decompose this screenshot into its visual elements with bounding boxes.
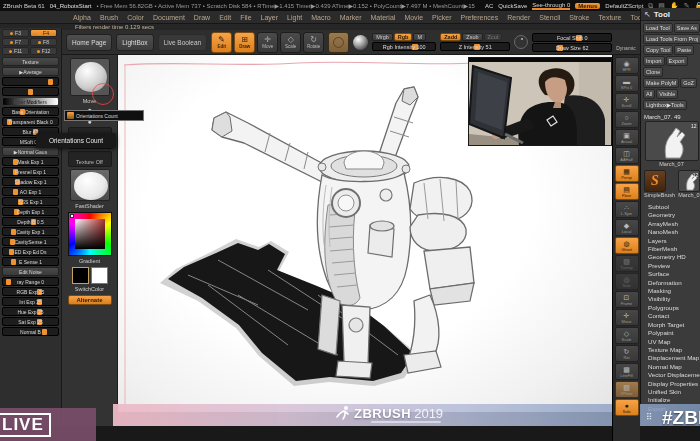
shelf-toggle-button[interactable]: ○ Zoom	[615, 111, 639, 128]
menu-item[interactable]: Stroke	[569, 14, 589, 21]
m-button[interactable]: M	[413, 33, 426, 41]
shelf-toggle-button[interactable]: ◍ Ghost	[615, 237, 639, 254]
filter-slider[interactable]: Int Exp 25	[2, 297, 59, 306]
tool-panel-button[interactable]: Load Tools From Proj	[643, 34, 700, 44]
menu-item[interactable]: Movie	[404, 14, 423, 21]
filter-slider[interactable]: Cavity Exp 1	[2, 227, 59, 236]
tool-panel-button[interactable]: Visible	[656, 89, 678, 99]
default-zscript-button[interactable]: DefaultZScript	[605, 3, 643, 9]
subpalette-item[interactable]: FiberMesh	[641, 245, 700, 253]
filter-slider[interactable]: SSS Exp 1	[2, 197, 59, 206]
shelf-toggle-button[interactable]: ✛ Scroll	[615, 93, 639, 110]
filter-slider[interactable]: E Sense 1	[2, 257, 59, 266]
zsub-button[interactable]: Zsub	[462, 33, 482, 41]
tool-panel-button[interactable]: Import	[643, 56, 665, 66]
mode-button[interactable]: ◇ Scale	[280, 32, 301, 53]
filter-slider[interactable]: Shadow Exp 1	[2, 177, 59, 186]
shelf-toggle-button[interactable]: ▦ Persp	[615, 165, 639, 182]
subpalette-item[interactable]: Unified Skin	[641, 388, 700, 396]
live-boolean-button[interactable]: Live Boolean	[158, 34, 208, 51]
subpalette-item[interactable]: Display Properties	[641, 380, 700, 388]
secondary-color-swatch[interactable]	[91, 267, 108, 284]
zcut-button[interactable]: Zcut	[484, 33, 503, 41]
subpalette-item[interactable]: Vector Displacement	[641, 371, 700, 379]
shelf-toggle-button[interactable]: ◉ BPR	[615, 57, 639, 74]
main-color-swatch[interactable]	[72, 267, 89, 284]
subpalette-item[interactable]: Normal Map	[641, 363, 700, 371]
subpalette-item[interactable]: Subtool	[641, 203, 700, 211]
color-picker-sv-square[interactable]	[75, 219, 105, 249]
filter-slider[interactable]: Hue Exp 25	[2, 307, 59, 316]
quicksave-button[interactable]: QuickSave	[498, 3, 527, 9]
tool-panel-button[interactable]: Copy Tool	[643, 45, 673, 55]
focal-shift-slider[interactable]: Focal Shift 0	[532, 33, 612, 42]
menu-item[interactable]: Document	[153, 14, 185, 21]
see-through-slider[interactable]: See-through 0	[532, 2, 570, 10]
shelf-toggle-button[interactable]: ◇ Scale	[615, 327, 639, 344]
fkey-button[interactable]: F7	[2, 38, 29, 46]
alternate-button[interactable]: Alternate	[68, 295, 112, 305]
tool-panel-button[interactable]: Make PolyM	[643, 78, 679, 88]
shelf-toggle-button[interactable]: ◆ Local	[615, 219, 639, 236]
filter-slider[interactable]: ▶Normal Gaus	[2, 147, 59, 156]
filter-slider[interactable]: Mask Exp 1	[2, 157, 59, 166]
subpalette-item[interactable]: Polygroups	[641, 304, 700, 312]
tool-panel-button[interactable]: Lightbox▶Tools	[643, 100, 687, 110]
z-intensity-slider[interactable]: Z Intensity 51	[440, 42, 510, 51]
tool-panel-button[interactable]: Paste	[674, 45, 694, 55]
subpalette-item[interactable]: Contact	[641, 312, 700, 320]
fkey-button[interactable]: F8	[30, 38, 57, 46]
subpalette-item[interactable]: Polypaint	[641, 329, 700, 337]
menu-item[interactable]: Marker	[340, 14, 362, 21]
shelf-toggle-button[interactable]: ▣ Actual	[615, 129, 639, 146]
filter-slider[interactable]: Transparent Black 0	[2, 117, 59, 126]
tool-panel-header[interactable]: ↖ Tool	[641, 8, 700, 21]
subpalette-item[interactable]: Preview	[641, 262, 700, 270]
shelf-toggle-button[interactable]: ◎ Solo	[615, 273, 639, 290]
mode-button[interactable]: ✎ Edit	[211, 32, 232, 53]
filter-slider[interactable]: RGB Exp 25	[2, 287, 59, 296]
filter-slider[interactable]: ray Range 0	[2, 277, 59, 286]
filter-slider[interactable]: Base Orientation	[2, 107, 59, 116]
subpalette-item[interactable]: Visibility	[641, 295, 700, 303]
menu-item[interactable]: Render	[507, 14, 530, 21]
tool-panel-button[interactable]: Save As	[674, 23, 700, 33]
menu-item[interactable]: Draw	[194, 14, 210, 21]
rgb-intensity-slider[interactable]: Rgb Intensity 100	[372, 42, 436, 51]
menu-item[interactable]: Light	[287, 14, 302, 21]
menus-button[interactable]: Menus	[575, 3, 600, 9]
filter-slider[interactable]: CavitySense 1	[2, 237, 59, 246]
subpalette-item[interactable]: Surface	[641, 270, 700, 278]
filter-slider[interactable]: AO Exp 1	[2, 187, 59, 196]
menu-item[interactable]: Preferences	[461, 14, 499, 21]
gyro-button[interactable]	[328, 32, 349, 53]
fkey-button[interactable]: F3	[2, 29, 29, 37]
zadd-button[interactable]: Zadd	[440, 33, 461, 41]
mrgb-button[interactable]: Mrgb	[372, 33, 393, 41]
menu-item[interactable]: Alpha	[73, 14, 91, 21]
filter-slider[interactable]	[2, 77, 59, 86]
subpalette-item[interactable]: Geometry	[641, 211, 700, 219]
subpalette-item[interactable]: Deformation	[641, 279, 700, 287]
shelf-toggle-button[interactable]: ↻ Rot	[615, 345, 639, 362]
tool-panel-button[interactable]: GoZ	[680, 78, 697, 88]
lightbox-button[interactable]: LightBox	[116, 34, 153, 51]
mode-button[interactable]: ✛ Move	[257, 32, 278, 53]
menu-item[interactable]: Macro	[311, 14, 330, 21]
simplebrush-slot[interactable]: S	[644, 170, 666, 192]
subpalette-item[interactable]: ArrayMesh	[641, 220, 700, 228]
subpalette-item[interactable]: NanoMesh	[641, 228, 700, 236]
shelf-toggle-button[interactable]: ∴ L.Sym	[615, 201, 639, 218]
tool-panel-button[interactable]: Export	[666, 56, 688, 66]
shelf-toggle-button[interactable]: ▬ SPix 0	[615, 75, 639, 92]
menu-item[interactable]: Stencil	[539, 14, 560, 21]
mode-button[interactable]: ⊞ Draw	[234, 32, 255, 53]
filter-slider[interactable]: ▶Average	[2, 67, 59, 76]
fkey-button[interactable]: F4	[30, 29, 57, 37]
filter-slider[interactable]: Texture	[2, 57, 59, 66]
mode-button[interactable]: ↻ Rotate	[303, 32, 324, 53]
filter-slider[interactable]: Sat Exp 25	[2, 317, 59, 326]
filter-slider[interactable]: Depth B 0.5	[2, 217, 59, 226]
filter-slider[interactable]: Filter Modifiers	[2, 97, 59, 106]
menu-item[interactable]: Material	[370, 14, 395, 21]
